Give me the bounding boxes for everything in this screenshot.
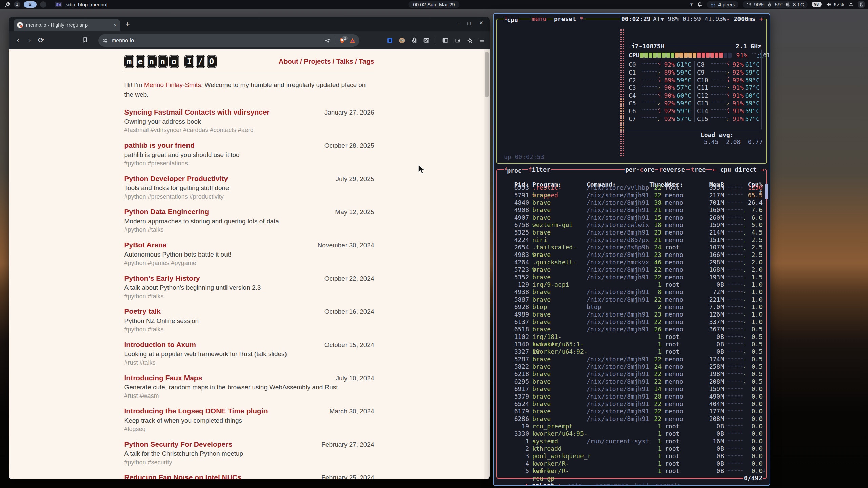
menu-button[interactable]: menu <box>531 15 547 22</box>
scrollbar-thumb[interactable] <box>485 52 489 97</box>
brave-shield-icon[interactable]: 3 <box>339 38 345 43</box>
proc-row[interactable]: 4907brave/nix/store/8mjh9115menno260M⠒⠒⠒… <box>500 214 765 221</box>
new-tab-button[interactable]: + <box>125 21 130 28</box>
cpu-box-title[interactable]: 1cpu <box>504 15 519 23</box>
brave-rewards-bat-icon[interactable] <box>350 38 355 43</box>
proc-percore-toggle[interactable]: per-core <box>625 166 655 173</box>
proc-row[interactable]: 6179brave/nix/store/8mjh9122menno177M⠒⠒⠒… <box>500 408 765 415</box>
url-bar[interactable]: menno.io 3 <box>98 34 359 47</box>
url-text[interactable]: menno.io <box>112 38 321 44</box>
proc-row[interactable]: 3pool_workqueue_r1root0B⠒⠒⠒⠒⠒⠒0.0 <box>500 452 765 460</box>
workspace-1[interactable]: 1 <box>14 1 20 8</box>
select-control[interactable]: ↑ select ↓ <box>524 482 562 485</box>
proc-row[interactable]: 4224niri/nix/store/d857px21menno151M⠒⠒⠒⠒… <box>500 236 765 244</box>
workspace-3[interactable] <box>40 1 46 8</box>
proc-row[interactable]: 6917brave/nix/store/8mjh9114menno159M⠒⠒⠒… <box>500 385 765 393</box>
reload-button[interactable]: ⟳ <box>35 36 47 45</box>
preset-button[interactable]: preset * <box>553 15 584 22</box>
proc-row[interactable]: 6524brave/nix/store/8mjh9122menno404M⠒⠒⠒… <box>500 400 765 408</box>
info-control[interactable]: info ↵ <box>567 482 590 485</box>
workspace-2-active[interactable]: 2 <box>24 1 37 8</box>
proc-row[interactable]: 5352brave/nix/store/8mjh9122menno193M⠒⠒⠒… <box>500 273 765 281</box>
proc-row[interactable]: 1systemd/run/current-syst1root16M⠒⠒⠒⠒⠒⠒0… <box>500 438 765 445</box>
site-settings-sliders-icon[interactable] <box>102 38 108 43</box>
share-icon[interactable] <box>324 38 330 43</box>
proc-row[interactable]: 5287brave/nix/store/8mjh9122menno174M⠒⠒⠒… <box>500 355 765 363</box>
proc-row[interactable]: 5723brave/nix/store/8mjh9122menno168M⠒⠒⠒… <box>500 266 765 273</box>
brightness-sun-icon[interactable] <box>848 2 854 7</box>
nav-link-about[interactable]: About <box>279 58 298 65</box>
post-title-link[interactable]: Python Security For Developers <box>124 440 233 448</box>
tab-close-icon[interactable]: × <box>114 22 117 28</box>
post-title-link[interactable]: Python Developer Productivity <box>124 175 228 183</box>
window-search-icon[interactable] <box>423 38 429 43</box>
nav-link-talks[interactable]: Talks <box>336 58 353 65</box>
back-button[interactable]: ‹ <box>12 36 24 45</box>
proc-row[interactable]: 5822brave/nix/store/8mjh9124menno258M⠒⠒⠒… <box>500 363 765 370</box>
leo-ai-sparkle-icon[interactable] <box>467 38 473 43</box>
proc-filter-button[interactable]: filter <box>528 166 551 173</box>
proc-sort-selector[interactable]: ← cpu direct → <box>712 166 765 173</box>
proc-row[interactable]: 1340kworker/u65:1-i91root0B⠒⠒⠒⠒⠒⠒⠄0.5 <box>500 341 765 348</box>
proc-row[interactable]: 5379brave/nix/store/8mjh9128menno490M⠒⠒⠒… <box>500 393 765 400</box>
proc-row[interactable]: 5325brave/nix/store/8mjh9123menno214M⠒⠒⠒… <box>500 229 765 236</box>
browser-tab[interactable]: m menno.io · Highly irregular p × <box>14 19 120 31</box>
nav-link-projects[interactable]: Projects <box>304 58 331 65</box>
page-scrollbar[interactable] <box>484 49 490 479</box>
proc-row[interactable]: 6553.restic-wrapped/nix/store/vvlhbp22ro… <box>500 184 765 191</box>
kill-control[interactable]: kill <box>634 482 650 485</box>
proc-row[interactable]: 6928btopbtop2menno7.0M⠒⠒⠒⠒⠒⠒⠄1.0 <box>500 303 765 311</box>
proc-scrollbar-thumb[interactable] <box>765 184 768 199</box>
post-title-link[interactable]: Introducing Faux Maps <box>124 374 202 382</box>
proc-row[interactable]: 6286brave/nix/store/8mjh9122menno208M⠒⠒⠒… <box>500 415 765 423</box>
proc-row[interactable]: 5887brave/nix/store/8mjh9122menno221M⠒⠒⠒… <box>500 296 765 303</box>
proc-row[interactable]: 3327kworker/u64:92-b1root0B⠒⠒⠒⠒⠒⠒⠄0.5 <box>500 348 765 355</box>
proc-row[interactable]: 4983brave/nix/store/8mjh9123menno166M⠒⠒⠒… <box>500 251 765 259</box>
wallet-icon[interactable] <box>455 38 460 43</box>
proc-row[interactable]: 4264.quickshell-wra/nix/store/hmckvx46me… <box>500 259 765 266</box>
system-metrics[interactable]: 90% 59° 8.1G <box>743 1 807 8</box>
post-title-link[interactable]: Python's Early History <box>124 274 200 282</box>
post-title-link[interactable]: pathlib is your friend <box>124 141 195 149</box>
proc-row[interactable]: 19rcu_preempt1root0B⠒⠒⠒⠒⠒⠒0.0 <box>500 423 765 430</box>
volume-control[interactable]: 67% <box>826 2 844 7</box>
proc-row[interactable]: 2654.tailscaled-wra/nix/store/8s8p9h24ro… <box>500 244 765 251</box>
proc-row[interactable]: 1102irq/181-iwlwifi:1root0B⠒⠒⠒⠒⠒⠒⠄0.5 <box>500 333 765 341</box>
password-manager-icon[interactable] <box>387 38 393 43</box>
proc-row[interactable]: 6137brave/nix/store/8mjh9122menno337M⠒⠒⠒… <box>500 318 765 326</box>
window-close-button[interactable]: ✕ <box>479 20 484 26</box>
proc-row[interactable]: 5791brave/nix/store/8mjh9122menno217M⠒⠒⠒… <box>500 191 765 199</box>
post-title-link[interactable]: PyBot Arena <box>124 241 167 249</box>
bookmark-icon[interactable] <box>79 36 91 45</box>
refresh-rate-control[interactable]: - 2000ms + <box>726 15 764 22</box>
tray-chevron-icon[interactable]: ▾ <box>690 1 693 7</box>
proc-row[interactable]: 6218brave/nix/store/8mjh9122menno198M⠒⠒⠒… <box>500 370 765 378</box>
sidebar-toggle-icon[interactable] <box>442 38 448 43</box>
terminate-control[interactable]: terminate <box>595 482 629 485</box>
extensions-puzzle-icon[interactable] <box>411 38 417 43</box>
post-title-link[interactable]: Python Data Engineering <box>124 208 209 216</box>
proc-row[interactable]: 6758wezterm-gui/nix/store/cwlwix18menno1… <box>500 221 765 229</box>
window-maximize-button[interactable]: ▢ <box>467 21 471 26</box>
post-title-link[interactable]: Poetry talk <box>124 307 161 316</box>
proc-row[interactable]: 6295brave/nix/store/8mjh9122menno208M⠒⠒⠒… <box>500 378 765 385</box>
battery-indicator[interactable]: 98 <box>812 2 822 7</box>
proc-row[interactable]: 129irq/9-acpi1root0B⠒⠒⠒⠒⠒⠒⠄1.0 <box>500 281 765 288</box>
post-title-link[interactable]: Syncing Fastmail Contacts with vdirsynce… <box>124 108 270 116</box>
idle-inhibitor-hourglass-icon[interactable] <box>858 1 865 8</box>
tailscale-peers[interactable]: 4 peers <box>707 1 738 8</box>
proc-row[interactable]: 6518brave/nix/store/8mjh9126menno367M⠒⠒⠒… <box>500 326 765 333</box>
notification-bell-icon[interactable] <box>697 2 703 7</box>
signals-control[interactable]: signals <box>655 482 682 485</box>
proc-row[interactable]: 2kthreadd1root0B⠒⠒⠒⠒⠒⠒0.0 <box>500 445 765 452</box>
site-logo[interactable]: mennoI/O <box>124 55 217 68</box>
menu-hamburger-icon[interactable] <box>479 38 485 43</box>
proc-row[interactable]: 4908brave/nix/store/8mjh9121menno160M⠒⠒⠒… <box>500 206 765 214</box>
proc-tree-toggle[interactable]: tree <box>690 166 706 173</box>
post-title-link[interactable]: Reducing Fan Noise on Intel NUCs <box>124 473 241 479</box>
launcher-rocket-icon[interactable] <box>5 2 11 7</box>
proc-row[interactable]: 5kworker/R-rcu_gp1root0B⠒⠒⠒⠒⠒⠒0.0 <box>500 467 765 475</box>
wezterm-app-icon[interactable]: $W <box>55 2 62 7</box>
proc-box-title[interactable]: 4proc <box>504 166 522 174</box>
proc-row[interactable]: 4840brave/nix/store/8mjh9138menno701M⠒⠒⠒… <box>500 199 765 206</box>
